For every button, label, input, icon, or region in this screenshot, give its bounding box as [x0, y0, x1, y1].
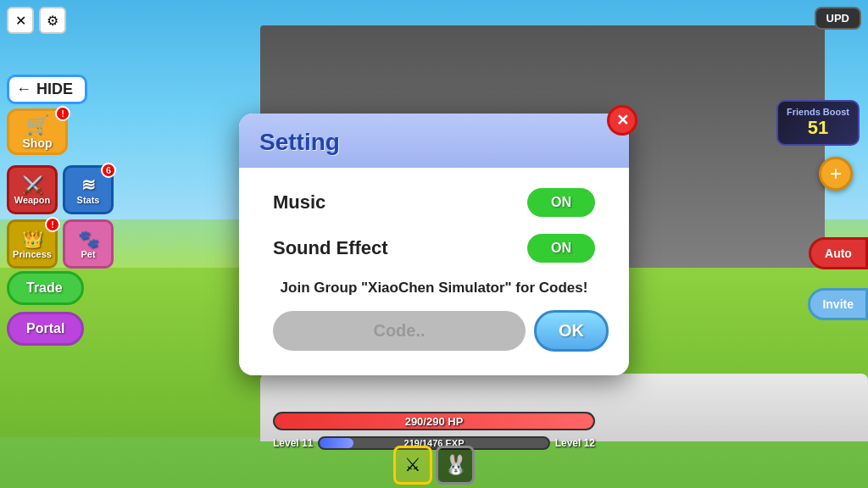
- sound-label: Sound Effect: [273, 237, 388, 259]
- sound-setting-row: Sound Effect ON: [273, 234, 595, 263]
- ok-button[interactable]: OK: [534, 310, 609, 352]
- modal-body: Music ON Sound Effect ON Join Group "Xia…: [239, 168, 629, 352]
- code-input[interactable]: [273, 311, 526, 351]
- code-row: OK: [273, 310, 595, 352]
- music-label: Music: [273, 191, 326, 214]
- music-toggle-button[interactable]: ON: [527, 188, 595, 217]
- modal-close-icon: ✕: [616, 111, 629, 130]
- music-setting-row: Music ON: [273, 188, 595, 217]
- ui-overlay: ✕ ⚙ ← HIDE 🛒 Shop ! ⚔️ Weapon ≋ Stats 6: [0, 0, 868, 488]
- modal-overlay: Setting ✕ Music ON Sound Effect ON Join …: [0, 0, 868, 488]
- join-group-text: Join Group "XiaoChen Simulator" for Code…: [273, 280, 595, 297]
- settings-modal: Setting ✕ Music ON Sound Effect ON Join …: [239, 114, 629, 375]
- modal-title: Setting: [259, 129, 609, 156]
- modal-close-button[interactable]: ✕: [607, 105, 637, 136]
- sound-toggle-button[interactable]: ON: [527, 234, 595, 263]
- modal-header: Setting ✕: [239, 114, 629, 168]
